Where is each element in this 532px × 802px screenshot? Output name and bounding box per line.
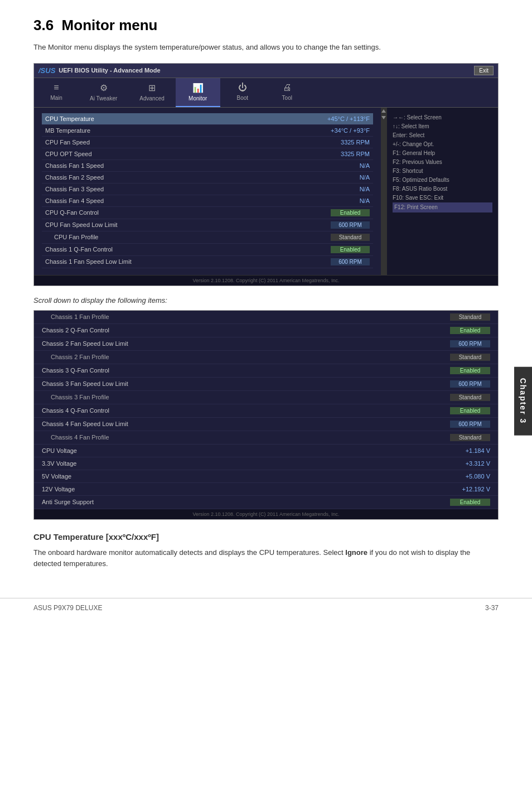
bios-scrollbar[interactable] [381,108,386,275]
bios-label-cpu-fan-speed: CPU Fan Speed [45,139,90,146]
sidebar-key-f8: F8: ASUS Ratio Boost [393,185,492,194]
sidebar-key-f12: F12: Print Screen [393,202,492,212]
badge-chassis2-qfan: Enabled [450,327,490,334]
bios-label-cpu-qfan-control: CPU Q-Fan Control [45,209,99,216]
scroll-label: Scroll down to display the following ite… [33,296,499,305]
bios-badge-chassis1-fan-low-limit: 600 RPM [331,258,370,265]
bios-row2-chassis2-low-limit[interactable]: Chassis 2 Fan Speed Low Limit 600 RPM [34,337,498,351]
bios-scroll-up[interactable] [381,109,386,113]
bios-scroll-down[interactable] [381,116,386,119]
label-chassis3-profile: Chassis 3 Fan Profile [42,394,109,400]
bios-row-mb-temp[interactable]: MB Temperature +34°C / +93°F [42,125,373,137]
sidebar-key-change: +/-: Change Opt. [393,140,492,149]
nav-icon-boot: ⏻ [238,83,247,93]
bios-row-cpu-qfan-control[interactable]: CPU Q-Fan Control Enabled [42,207,373,219]
bios-row-cpu-fan-low-limit[interactable]: CPU Fan Speed Low Limit 600 RPM [42,219,373,231]
bios-label-cpu-fan-low-limit: CPU Fan Speed Low Limit [45,221,118,228]
badge-anti-surge: Enabled [450,499,490,506]
nav-icon-ai-tweaker: ⚙ [100,83,108,93]
bios-row2-chassis3-low-limit[interactable]: Chassis 3 Fan Speed Low Limit 600 RPM [34,378,498,391]
bios-row-chassis-fan1-speed[interactable]: Chassis Fan 1 Speed N/A [42,160,373,172]
sidebar-key-f1: F1: General Help [393,149,492,158]
bios-badge-cpu-fan-profile: Standard [331,234,370,241]
footer-brand: ASUS P9X79 DELUXE [33,604,102,612]
bios-main: CPU Temperature +45°C / +113°F MB Temper… [34,108,381,275]
bios-badge-cpu-fan-low-limit: 600 RPM [331,221,370,229]
nav-item-advanced[interactable]: ⊞ Advanced [128,78,175,107]
bios-sidebar: →←: Select Screen ↑↓: Select Item Enter:… [386,108,498,275]
bios-row-chassis-fan2-speed[interactable]: Chassis Fan 2 Speed N/A [42,172,373,183]
chapter-tab: Chapter 3 [514,367,532,436]
badge-chassis2-profile: Standard [450,354,490,361]
nav-item-tool[interactable]: 🖨 Tool [265,78,309,107]
badge-chassis1-profile: Standard [450,313,490,321]
bios-row2-chassis3-profile[interactable]: Chassis 3 Fan Profile Standard [34,391,498,404]
bios-row2-anti-surge[interactable]: Anti Surge Support Enabled [34,496,498,509]
bios-row-cpu-fan-speed[interactable]: CPU Fan Speed 3325 RPM [42,137,373,148]
label-chassis4-profile: Chassis 4 Fan Profile [42,434,109,441]
badge-chassis3-qfan: Enabled [450,367,490,374]
bios-value-chassis-fan1-speed: N/A [360,162,370,169]
sidebar-key-f3: F3: Shortcut [393,167,492,176]
label-33v-voltage: 3.3V Voltage [42,460,76,467]
bios-title-left: /SUS UEFI BIOS Utility - Advanced Mode [38,66,161,75]
bios-row2-cpu-voltage[interactable]: CPU Voltage +1.184 V [34,445,498,457]
bios-label-cpu-opt-speed: CPU OPT Speed [45,151,92,157]
badge-chassis3-low-limit: 600 RPM [450,380,490,388]
bios-value-chassis-fan2-speed: N/A [360,174,370,181]
value-33v-voltage: +3.312 V [466,460,490,467]
label-chassis3-qfan: Chassis 3 Q-Fan Control [42,367,109,374]
bios-row-chassis-fan3-speed[interactable]: Chassis Fan 3 Speed N/A [42,183,373,195]
bios-row2-chassis1-profile[interactable]: Chassis 1 Fan Profile Standard [34,311,498,324]
bios-row2-chassis4-low-limit[interactable]: Chassis 4 Fan Speed Low Limit 600 RPM [34,418,498,431]
nav-icon-main: ≡ [54,83,59,93]
label-chassis2-profile: Chassis 2 Fan Profile [42,354,109,360]
cpu-temp-desc-part1: The onboard hardware monitor automatical… [33,548,345,557]
nav-item-main[interactable]: ≡ Main [34,78,79,107]
bios-exit-button[interactable]: Exit [474,66,494,75]
bios-row2-chassis3-qfan[interactable]: Chassis 3 Q-Fan Control Enabled [34,364,498,378]
bios-value-cpu-fan-speed: 3325 RPM [341,139,370,146]
cpu-temp-desc-bold: Ignore [345,548,367,557]
bios-label-mb-temp: MB Temperature [45,127,90,134]
bios-row2-chassis2-qfan[interactable]: Chassis 2 Q-Fan Control Enabled [34,324,498,337]
bios-label-cpu-temp: CPU Temperature [45,115,94,122]
label-chassis3-low-limit: Chassis 3 Fan Speed Low Limit [42,380,128,387]
bios-row-chassis1-fan-low-limit[interactable]: Chassis 1 Fan Speed Low Limit 600 RPM [42,256,373,268]
bios-footer-1: Version 2.10.1208. Copyright (C) 2011 Am… [34,275,498,286]
bios-value-cpu-temp: +45°C / +113°F [327,115,370,122]
asus-logo: /SUS [38,66,55,75]
bios-footer-2: Version 2.10.1208. Copyright (C) 2011 Am… [34,509,498,519]
bios-row2-12v-voltage[interactable]: 12V Voltage +12.192 V [34,483,498,496]
nav-item-boot[interactable]: ⏻ Boot [220,78,265,107]
bios-row-cpu-fan-profile[interactable]: CPU Fan Profile Standard [42,231,373,244]
nav-icon-tool: 🖨 [283,83,292,93]
bios-row2-chassis4-qfan[interactable]: Chassis 4 Q-Fan Control Enabled [34,404,498,418]
bios-row-chassis1-qfan-control[interactable]: Chassis 1 Q-Fan Control Enabled [42,244,373,256]
bios-value-cpu-opt-speed: 3325 RPM [341,151,370,157]
label-chassis1-profile: Chassis 1 Fan Profile [42,313,109,320]
bios-badge-chassis1-qfan-control: Enabled [331,246,370,253]
bios-value-mb-temp: +34°C / +93°F [331,127,370,134]
nav-item-ai-tweaker[interactable]: ⚙ Ai Tweaker [79,78,128,107]
bios-label-chassis-fan1-speed: Chassis Fan 1 Speed [45,162,104,169]
page-footer: ASUS P9X79 DELUXE 3-37 [0,598,532,617]
bios-row2-chassis2-profile[interactable]: Chassis 2 Fan Profile Standard [34,351,498,364]
bios-window-2: Chassis 1 Fan Profile Standard Chassis 2… [33,310,499,520]
nav-label-monitor: Monitor [188,95,207,102]
bios-row-cpu-temp[interactable]: CPU Temperature +45°C / +113°F [42,113,373,125]
nav-label-advanced: Advanced [139,95,164,102]
bios-row2-chassis4-profile[interactable]: Chassis 4 Fan Profile Standard [34,431,498,445]
label-anti-surge: Anti Surge Support [42,499,94,505]
nav-item-monitor[interactable]: 📊 Monitor [176,78,220,107]
bios-row-cpu-opt-speed[interactable]: CPU OPT Speed 3325 RPM [42,148,373,160]
bios-titlebar: /SUS UEFI BIOS Utility - Advanced Mode E… [34,64,498,78]
value-cpu-voltage: +1.184 V [466,447,490,454]
nav-label-ai-tweaker: Ai Tweaker [90,95,117,102]
intro-text: The Monitor menu displays the system tem… [33,42,499,53]
bios-row2-33v-voltage[interactable]: 3.3V Voltage +3.312 V [34,457,498,470]
bios-row-chassis-fan4-speed[interactable]: Chassis Fan 4 Speed N/A [42,195,373,207]
cpu-temp-desc: The onboard hardware monitor automatical… [33,547,499,571]
bios-row2-5v-voltage[interactable]: 5V Voltage +5.080 V [34,470,498,483]
bios-value-chassis-fan3-speed: N/A [360,186,370,192]
